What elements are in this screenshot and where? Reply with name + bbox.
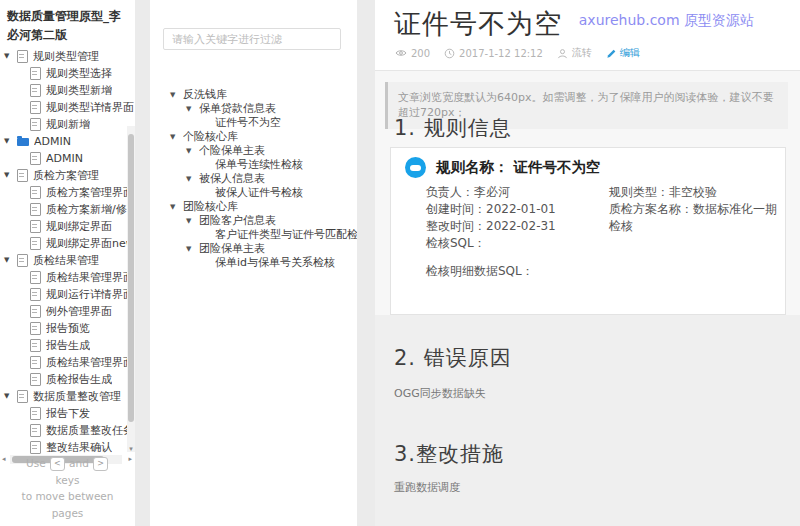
tree-item[interactable]: 质检方案管理界面 xyxy=(0,184,135,201)
pencil-icon xyxy=(606,48,617,59)
collapse-arrow-icon[interactable]: ▼ xyxy=(186,144,199,158)
page-icon xyxy=(30,152,41,165)
tree-item[interactable]: ▼规则类型管理 xyxy=(0,48,135,65)
tree-item[interactable]: 规则类型新增 xyxy=(0,82,135,99)
tree-item-label: 质检结果管理界面 xyxy=(46,269,134,286)
page-icon xyxy=(30,424,41,437)
scroll-down-arrow-icon[interactable]: ▾ xyxy=(127,445,135,453)
tree-item[interactable]: ▼个险保单主表 xyxy=(150,144,357,158)
tree-item[interactable]: ADMIN xyxy=(0,150,135,167)
tree-item-label: 客户证件类型与证件号匹配检核 xyxy=(215,228,357,242)
field-check-detail-sql: 检核明细数据SQL： xyxy=(426,263,556,280)
tree-item[interactable]: 报告下发 xyxy=(0,405,135,422)
tree-item[interactable]: 规则绑定界面 xyxy=(0,218,135,235)
folder-icon xyxy=(17,138,29,146)
field-rectify-time: 整改时间：2022-02-31 xyxy=(426,218,556,235)
collapse-arrow-icon[interactable]: ▼ xyxy=(4,167,17,184)
tree-item[interactable]: ▼ADMIN xyxy=(0,133,135,150)
collapse-arrow-icon[interactable]: ▼ xyxy=(4,133,17,150)
view-count: 200 xyxy=(411,48,430,59)
tree-item[interactable]: ▼数据质量整改管理 xyxy=(0,388,135,405)
tree-item-label: 被保人信息表 xyxy=(199,172,265,186)
page-icon xyxy=(30,84,41,97)
tree-item-label: 保单贷款信息表 xyxy=(199,102,276,116)
tree-item[interactable]: 规则绑定界面new xyxy=(0,235,135,252)
date-meta: 2017-1-12 12:12 xyxy=(444,48,543,59)
tree-item-label: 规则运行详情界面 xyxy=(46,286,134,303)
site-link[interactable]: axurehub.com 原型资源站 xyxy=(579,12,754,30)
collapse-arrow-icon[interactable]: ▼ xyxy=(170,200,183,214)
tree-item[interactable]: 保单号连续性检核 xyxy=(150,158,357,172)
tree-item-label: 规则绑定界面new xyxy=(46,235,135,252)
tree-item[interactable]: ▼团险保单主表 xyxy=(150,242,357,256)
tree-item[interactable]: ▼被保人信息表 xyxy=(150,172,357,186)
field-rule-type: 规则类型：非空校验 xyxy=(609,184,785,201)
collapse-arrow-icon[interactable]: ▼ xyxy=(170,130,183,144)
tree-item[interactable]: 数据质量整改任务创建 xyxy=(0,422,135,439)
tree-item[interactable]: 被保人证件号检核 xyxy=(150,186,357,200)
rule-fields-left: 负责人：李必河 创建时间：2022-01-01 整改时间：2022-02-31 … xyxy=(426,184,556,280)
tree-item[interactable]: ▼保单贷款信息表 xyxy=(150,102,357,116)
pagination-hint: Use < and > keys to move between pages xyxy=(0,455,135,522)
hint-text: keys xyxy=(0,472,135,489)
tree-item[interactable]: 规则类型选择 xyxy=(0,65,135,82)
tree-item[interactable]: 规则新增 xyxy=(0,116,135,133)
page-icon xyxy=(30,67,41,80)
section-heading-rule-info: 1. 规则信息 xyxy=(394,114,512,142)
publish-datetime: 2017-1-12 12:12 xyxy=(459,48,543,59)
tree-item[interactable]: ▼个险核心库 xyxy=(150,130,357,144)
tree-item[interactable]: 质检结果管理界面 xyxy=(0,269,135,286)
edit-link[interactable]: 编辑 xyxy=(606,46,640,60)
tree-item[interactable]: ▼团险客户信息表 xyxy=(150,214,357,228)
page-icon xyxy=(30,322,41,335)
tree-item[interactable]: ▼质检结果管理 xyxy=(0,252,135,269)
collapse-arrow-icon[interactable]: ▼ xyxy=(186,214,199,228)
collapse-arrow-icon[interactable]: ▼ xyxy=(186,242,199,256)
tree-item-label: 数据质量整改任务创建 xyxy=(46,422,135,439)
article-area: 证件号不为空 axurehub.com 原型资源站 200 2017-1-12 … xyxy=(375,0,800,526)
tree-item-label: 保单id与保单号关系检核 xyxy=(215,256,335,270)
tree-item[interactable]: 规则类型详情界面 xyxy=(0,99,135,116)
tree-item[interactable]: ▼质检方案管理 xyxy=(0,167,135,184)
tree-item-label: 质检报告生成 xyxy=(46,371,112,388)
collapse-arrow-icon[interactable]: ▼ xyxy=(4,48,17,65)
tree-item[interactable]: ▼团险核心库 xyxy=(150,200,357,214)
key-prev-icon: < xyxy=(50,457,65,471)
tree-item[interactable]: 证件号不为空 xyxy=(150,116,357,130)
tree-item[interactable]: 质检方案新增/修改弹窗 xyxy=(0,201,135,218)
field-plan-name: 质检方案名称：数据标准化一期检核 xyxy=(609,201,785,235)
tree-item-label: 规则类型选择 xyxy=(46,65,112,82)
key-next-icon: > xyxy=(93,457,108,471)
tree-item[interactable]: 保单id与保单号关系检核 xyxy=(150,256,357,270)
tree-item[interactable]: 例外管理界面 xyxy=(0,303,135,320)
tree-item[interactable]: 规则运行详情界面 xyxy=(0,286,135,303)
collapse-arrow-icon[interactable]: ▼ xyxy=(4,388,17,405)
page-icon xyxy=(30,305,41,318)
tree-item[interactable]: 报告预览 xyxy=(0,320,135,337)
tree-item[interactable]: 整改结果确认 xyxy=(0,439,135,456)
page-icon xyxy=(17,50,28,63)
rule-info-card: 规则名称： 证件号不为空 负责人：李必河 创建时间：2022-01-01 整改时… xyxy=(390,147,786,315)
tree-item-label: 规则新增 xyxy=(46,116,90,133)
page-icon xyxy=(30,220,41,233)
clock-icon xyxy=(444,48,455,59)
rule-name-row: 规则名称： 证件号不为空 xyxy=(405,157,601,178)
tree-item[interactable]: 质检结果管理界面new xyxy=(0,354,135,371)
collapse-arrow-icon[interactable]: ▼ xyxy=(170,88,183,102)
rule-filter-panel: ▼反洗钱库▼保单贷款信息表证件号不为空▼个险核心库▼个险保单主表保单号连续性检核… xyxy=(150,0,357,526)
section-heading-error-reason: 2. 错误原因 xyxy=(394,344,512,372)
tree-item-label: 规则类型管理 xyxy=(33,48,99,65)
collapse-arrow-icon[interactable]: ▼ xyxy=(4,252,17,269)
tree-item[interactable]: 报告生成 xyxy=(0,337,135,354)
tree-item[interactable]: ▼反洗钱库 xyxy=(150,88,357,102)
page-icon xyxy=(30,339,41,352)
scrollbar-thumb[interactable] xyxy=(128,134,134,422)
tree-item[interactable]: 客户证件类型与证件号匹配检核 xyxy=(150,228,357,242)
tree-item-label: 质检结果管理 xyxy=(33,252,99,269)
tree-item[interactable]: 质检报告生成 xyxy=(0,371,135,388)
collapse-arrow-icon[interactable]: ▼ xyxy=(186,102,199,116)
search-input[interactable] xyxy=(163,28,341,50)
author-name: 流转 xyxy=(572,46,592,60)
sidebar-vertical-scrollbar[interactable]: ▾ xyxy=(127,126,135,452)
collapse-arrow-icon[interactable]: ▼ xyxy=(186,172,199,186)
